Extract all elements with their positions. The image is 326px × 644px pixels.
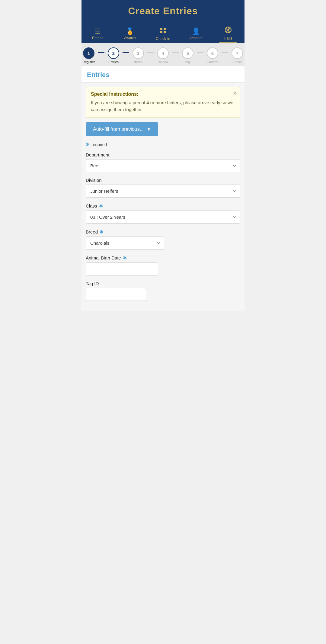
step-3-label: Items [134,60,142,64]
svg-rect-0 [160,28,162,30]
step-2[interactable]: 2 Entries [104,47,123,64]
awards-icon: 🏅 [126,27,134,35]
section-header: Entries [82,66,245,83]
step-3[interactable]: 3 Items [129,47,147,64]
checkin-icon [159,27,167,36]
nav-checkin-label: Check-in [156,37,170,41]
svg-rect-10 [228,32,229,33]
step-5-wrapper: 5 Pay [179,47,203,64]
fairs-icon [224,26,232,36]
required-note: ✱ required [86,142,240,147]
step-6[interactable]: 6 Confirm [203,47,222,64]
step-1-wrapper: 1 Register [82,47,104,64]
step-7-wrapper: 7 Finish [228,47,245,64]
birth-date-required-icon: ✱ [123,255,127,261]
instructions-text: If you are showing a pen of 4 or more he… [91,99,235,113]
division-field-group: Division Junior Heifers Senior Heifers C… [86,178,240,198]
nav-entries-label: Entries [92,36,103,40]
svg-rect-1 [164,28,166,30]
step-5[interactable]: 5 Pay [179,47,197,64]
tag-id-field-group: Tag ID [86,281,240,301]
autofill-dropdown-icon: ▼ [147,127,151,132]
stepper: 1 Register 2 Entries 3 Items 4 [82,43,245,66]
special-instructions-banner: × Special Instructions: If you are showi… [86,87,240,118]
entries-icon: ☰ [95,27,101,35]
instructions-title: Special Instructions: [91,92,235,97]
step-5-circle: 5 [182,47,193,59]
step-3-wrapper: 3 Items [129,47,154,64]
nav-fairs[interactable]: Fairs [219,25,237,43]
breed-label: Breed ✱ [86,229,240,235]
department-label: Department [86,152,240,157]
step-6-circle: 6 [207,47,218,59]
breed-field-group: Breed ✱ Angus Charolais Hereford Simment… [86,229,240,250]
step-4[interactable]: 4 Review [154,47,172,64]
nav-checkin[interactable]: Check-in [153,26,172,42]
connector-6-7 [222,52,228,53]
birth-date-field-group: Animal Birth Date ✱ [86,255,240,275]
tag-id-input[interactable] [86,288,146,301]
close-instructions-button[interactable]: × [233,90,236,97]
breed-select[interactable]: Angus Charolais Hereford Simmental [86,237,164,250]
step-1[interactable]: 1 Register [82,47,98,64]
nav-account[interactable]: 👤 Account [187,26,205,41]
nav-entries[interactable]: ☰ Entries [89,26,107,41]
class-select[interactable]: 01 : Under 1 Year 02 : 1-2 Years 03 : Ov… [86,211,240,224]
step-4-label: Review [158,60,168,64]
birth-date-label: Animal Birth Date ✱ [86,255,240,261]
step-5-label: Pay [185,60,191,64]
nav-account-label: Account [189,36,202,40]
connector-2-3 [123,52,129,53]
class-label: Class ✱ [86,203,240,209]
class-required-icon: ✱ [99,203,103,209]
section-title: Entries [87,71,110,79]
step-1-label: Register [83,60,95,64]
nav-bar: ☰ Entries 🏅 Awards Check-in 👤 Account [82,23,245,43]
connector-5-6 [197,52,203,53]
main-content: Entries × Special Instructions: If you a… [82,66,245,311]
division-label: Division [86,178,240,183]
app-header: Create Entries [82,0,245,23]
department-field-group: Department Beef Dairy Sheep Swine Goat [86,152,240,172]
step-7-label: Finish [233,60,241,64]
nav-awards-label: Awards [124,36,136,40]
connector-1-2 [98,52,104,53]
app-title: Create Entries [85,5,241,17]
svg-rect-3 [164,31,166,33]
nav-awards[interactable]: 🏅 Awards [121,26,139,41]
birth-date-input[interactable] [86,262,158,275]
step-2-label: Entries [108,60,119,64]
tag-id-label: Tag ID [86,281,240,286]
step-7-circle: 7 [232,47,243,59]
account-icon: 👤 [192,27,200,35]
autofill-button[interactable]: Auto-fill from previous... ▼ [86,122,158,136]
nav-fairs-label: Fairs [224,36,232,40]
step-4-wrapper: 4 Review [154,47,179,64]
step-6-wrapper: 6 Confirm [203,47,228,64]
step-4-circle: 4 [157,47,169,59]
class-field-group: Class ✱ 01 : Under 1 Year 02 : 1-2 Years… [86,203,240,224]
step-2-wrapper: 2 Entries [104,47,129,64]
breed-required-icon: ✱ [100,229,104,235]
required-asterisk: ✱ [86,142,90,147]
step-7[interactable]: 7 Finish [228,47,245,64]
autofill-label: Auto-fill from previous... [93,127,144,132]
required-text: required [91,142,107,147]
connector-3-4 [147,52,154,53]
svg-rect-2 [160,31,162,33]
step-1-circle: 1 [83,47,94,59]
step-2-circle: 2 [108,47,119,59]
department-select[interactable]: Beef Dairy Sheep Swine Goat [86,159,240,172]
entry-form: Auto-fill from previous... ▼ ✱ required … [82,118,245,311]
division-select[interactable]: Junior Heifers Senior Heifers Cow-Calf P… [86,185,240,198]
connector-4-5 [172,52,179,53]
svg-point-9 [228,27,229,28]
step-6-label: Confirm [207,60,219,64]
step-3-circle: 3 [133,47,144,59]
